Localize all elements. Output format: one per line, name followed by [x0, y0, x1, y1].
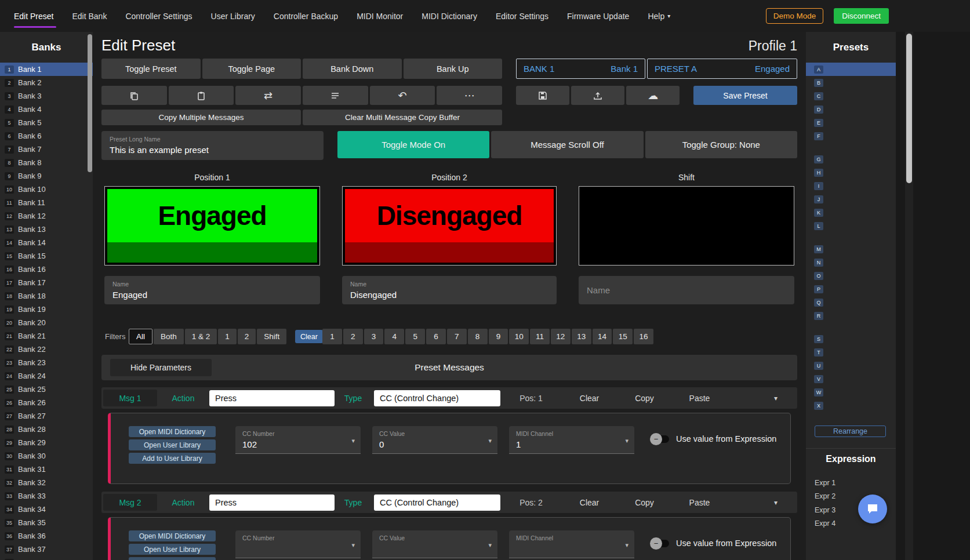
nav-item[interactable]: Controller Settings: [125, 0, 195, 32]
filter-number-chip[interactable]: 15: [613, 329, 633, 344]
undo-button[interactable]: ↶: [370, 86, 435, 105]
panel-button[interactable]: Open MIDI Dictionary: [129, 530, 216, 541]
upload-button[interactable]: [571, 86, 624, 105]
msg-clear-button[interactable]: Clear: [562, 498, 617, 507]
nav-item[interactable]: MIDI Monitor: [357, 0, 406, 32]
msg-1-label[interactable]: Msg 1: [103, 390, 157, 406]
preset-item[interactable]: B: [806, 76, 896, 89]
message-list-button[interactable]: [303, 86, 368, 105]
preset-long-name-input[interactable]: Preset Long Name This is an example pres…: [101, 131, 324, 160]
msg-paste-button[interactable]: Paste: [672, 394, 727, 403]
filter-segment[interactable]: 2: [238, 329, 256, 344]
preset-item[interactable]: A: [806, 63, 896, 76]
bank-item[interactable]: 19 Bank 19: [0, 303, 93, 316]
demo-mode-button[interactable]: Demo Mode: [766, 8, 824, 24]
bank-item[interactable]: 28 Bank 28: [0, 423, 93, 436]
preset-item[interactable]: S: [806, 332, 896, 346]
expression-toggle[interactable]: −: [652, 435, 669, 443]
filter-number-chip[interactable]: 7: [447, 329, 467, 344]
preset-item[interactable]: U: [806, 359, 896, 372]
copy-button[interactable]: [101, 86, 167, 105]
bank-item[interactable]: 23 Bank 23: [0, 356, 93, 369]
bank-item[interactable]: 5 Bank 5: [0, 116, 93, 129]
bank-item[interactable]: 38 Bank 38: [0, 556, 93, 560]
filter-number-chip[interactable]: 2: [343, 329, 363, 344]
filter-segment[interactable]: All: [129, 329, 152, 344]
multi-message-button[interactable]: Clear Multi Message Copy Buffer: [303, 110, 502, 125]
filter-number-chip[interactable]: 9: [489, 329, 508, 344]
bank-item[interactable]: 27 Bank 27: [0, 409, 93, 423]
filter-number-chip[interactable]: 16: [634, 329, 653, 344]
bank-item[interactable]: 14 Bank 14: [0, 236, 93, 249]
filter-number-chip[interactable]: 1: [322, 329, 342, 344]
bank-item[interactable]: 2 Bank 2: [0, 76, 93, 89]
preset-item[interactable]: L: [806, 219, 896, 232]
bank-item[interactable]: 21 Bank 21: [0, 329, 93, 343]
bank-item[interactable]: 3 Bank 3: [0, 89, 93, 103]
bank-item[interactable]: 26 Bank 26: [0, 396, 93, 409]
filter-segment[interactable]: Shift: [257, 329, 286, 344]
dropdown-field[interactable]: CC Number 102 ▾: [235, 426, 361, 454]
preset-item[interactable]: I: [806, 179, 896, 192]
action-select[interactable]: [209, 494, 335, 511]
preset-item[interactable]: H: [806, 166, 896, 179]
banks-scrollbar[interactable]: [88, 32, 92, 560]
preset-item[interactable]: P: [806, 282, 896, 296]
bank-item[interactable]: 34 Bank 34: [0, 503, 93, 516]
type-select[interactable]: [374, 390, 500, 406]
disconnect-button[interactable]: Disconnect: [834, 8, 889, 24]
paste-button[interactable]: [169, 86, 234, 105]
filter-segment[interactable]: 1: [218, 329, 237, 344]
dropdown-field[interactable]: CC Number ▾: [235, 530, 361, 558]
position-1-name-input[interactable]: Name Engaged: [104, 276, 320, 304]
bank-item[interactable]: 25 Bank 25: [0, 383, 93, 396]
preset-item[interactable]: Q: [806, 296, 896, 309]
preset-action-button[interactable]: Toggle Page: [202, 59, 301, 79]
bank-item[interactable]: 7 Bank 7: [0, 143, 93, 156]
filter-segment[interactable]: 1 & 2: [185, 329, 217, 344]
save-file-button[interactable]: [516, 86, 569, 105]
bank-item[interactable]: 4 Bank 4: [0, 103, 93, 116]
nav-item[interactable]: Editor Settings: [496, 0, 551, 32]
preset-item[interactable]: K: [806, 206, 896, 219]
bank-item[interactable]: 16 Bank 16: [0, 263, 93, 276]
page-scrollbar-thumb[interactable]: [906, 34, 912, 183]
bank-item[interactable]: 15 Bank 15: [0, 249, 93, 263]
bank-item[interactable]: 30 Bank 30: [0, 449, 93, 463]
bank-item[interactable]: 12 Bank 12: [0, 209, 93, 223]
bank-item[interactable]: 32 Bank 32: [0, 476, 93, 489]
preset-item[interactable]: J: [806, 192, 896, 206]
filter-number-chip[interactable]: 4: [384, 329, 404, 344]
preset-action-button[interactable]: Toggle Preset: [101, 59, 201, 79]
bank-item[interactable]: 20 Bank 20: [0, 316, 93, 329]
filter-number-chip[interactable]: 11: [530, 329, 550, 344]
preset-item[interactable]: T: [806, 346, 896, 359]
toggle-mode-button[interactable]: Toggle Mode On: [337, 131, 489, 158]
multi-message-button[interactable]: Copy Multiple Messages: [101, 110, 301, 125]
msg-2-label[interactable]: Msg 2: [103, 494, 157, 511]
banks-scrollbar-thumb[interactable]: [88, 34, 92, 172]
type-select[interactable]: [374, 494, 500, 511]
filter-number-chip[interactable]: 13: [572, 329, 591, 344]
nav-item[interactable]: Firmware Update: [567, 0, 632, 32]
preset-action-button[interactable]: Bank Down: [303, 59, 402, 79]
preset-item[interactable]: W: [806, 386, 896, 399]
filter-number-chip[interactable]: 10: [509, 329, 529, 344]
filter-number-chip[interactable]: 6: [426, 329, 446, 344]
bank-item[interactable]: 1 Bank 1: [0, 63, 93, 76]
filter-number-chip[interactable]: 5: [405, 329, 425, 344]
nav-item[interactable]: MIDI Dictionary: [422, 0, 480, 32]
swap-button[interactable]: ⇄: [235, 86, 301, 105]
toggle-group-button[interactable]: Toggle Group: None: [645, 131, 797, 158]
preset-item[interactable]: D: [806, 103, 896, 116]
filter-number-chip[interactable]: 8: [468, 329, 488, 344]
panel-button[interactable]: Add to User Library: [129, 557, 216, 560]
bank-item[interactable]: 11 Bank 11: [0, 196, 93, 209]
save-preset-button[interactable]: Save Preset: [693, 86, 797, 105]
rearrange-button[interactable]: Rearrange: [815, 426, 886, 437]
bank-item[interactable]: 36 Bank 36: [0, 529, 93, 543]
more-options-button[interactable]: ⋯: [437, 86, 502, 105]
action-select[interactable]: [209, 390, 335, 406]
bank-item[interactable]: 6 Bank 6: [0, 129, 93, 143]
panel-button[interactable]: Open User Library: [129, 439, 216, 450]
